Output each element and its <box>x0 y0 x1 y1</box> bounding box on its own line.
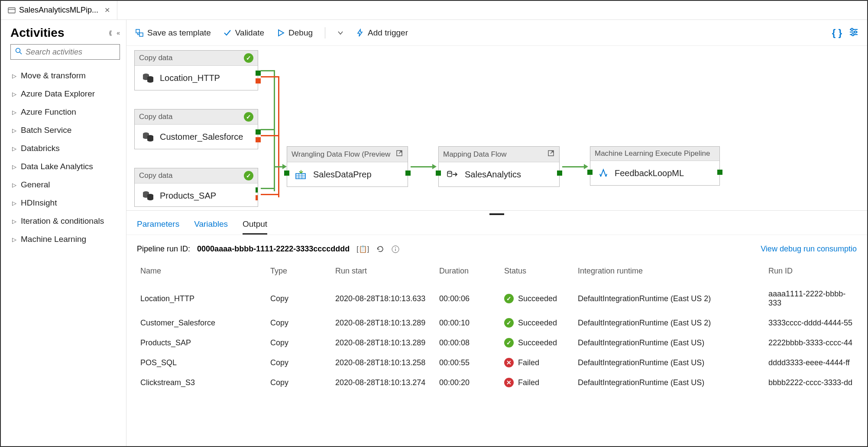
run-id-label: Pipeline run ID: <box>137 244 190 254</box>
svg-point-10 <box>855 31 857 33</box>
database-icon <box>143 73 154 83</box>
table-row[interactable]: Products_SAPCopy2020-08-28T18:10:13.2890… <box>137 333 857 353</box>
tab-parameters[interactable]: Parameters <box>137 219 179 235</box>
table-row[interactable]: Customer_SalesforceCopy2020-08-28T18:10:… <box>137 313 857 333</box>
pipeline-tab[interactable]: SalesAnalyticsMLPip... ✕ <box>1 1 117 19</box>
category-item[interactable]: ▷Data Lake Analytics <box>10 158 120 176</box>
ml-icon <box>598 168 609 178</box>
node-location-http[interactable]: Copy data✓ Location_HTTP <box>134 50 258 90</box>
node-customer-salesforce[interactable]: Copy data✓ Customer_Salesforce <box>134 109 258 149</box>
tab-bar: SalesAnalyticsMLPip... ✕ <box>1 1 867 20</box>
mapping-icon <box>447 169 459 180</box>
search-input[interactable] <box>26 48 126 57</box>
svg-rect-5 <box>139 33 143 36</box>
pipeline-toolbar: Save as template Validate Debug Add trig… <box>126 20 867 46</box>
activities-panel: Activities ⟪ « ▷Move & transform▷Azure D… <box>1 20 126 446</box>
triangle-right-icon: ▷ <box>12 91 16 97</box>
node-salesdataprep[interactable]: Wrangling Data Flow (Preview SalesDataPr… <box>287 146 408 187</box>
dataflow-icon <box>295 169 307 180</box>
triangle-right-icon: ▷ <box>12 218 16 225</box>
node-products-sap[interactable]: Copy data✓ Products_SAP <box>134 168 258 207</box>
activities-title: Activities <box>10 26 65 40</box>
success-icon: ✓ <box>504 318 514 328</box>
database-icon <box>143 132 154 142</box>
panel-resize-handle[interactable] <box>126 211 867 215</box>
code-view-icon[interactable]: { } <box>832 27 842 39</box>
svg-point-9 <box>851 28 853 30</box>
open-icon[interactable] <box>547 149 555 159</box>
tab-variables[interactable]: Variables <box>194 219 228 235</box>
pipeline-icon <box>8 6 16 14</box>
table-row[interactable]: Clickstream_S3Copy2020-08-28T18:10:13.27… <box>137 373 857 392</box>
th-ir: Integration runtime <box>574 262 765 284</box>
triangle-right-icon: ▷ <box>12 164 16 170</box>
table-row[interactable]: Location_HTTPCopy2020-08-28T18:10:13.633… <box>137 284 857 313</box>
tab-output[interactable]: Output <box>243 219 267 235</box>
svg-rect-4 <box>136 29 139 33</box>
run-id-value: 0000aaaa-bbbb-1111-2222-3333ccccdddd <box>197 244 350 254</box>
category-item[interactable]: ▷Batch Service <box>10 121 120 139</box>
svg-line-3 <box>20 52 22 55</box>
success-icon: ✓ <box>504 338 514 347</box>
copy-id-icon[interactable]: [📋] <box>356 245 369 253</box>
open-icon[interactable] <box>395 149 403 159</box>
success-icon: ✓ <box>244 112 253 122</box>
svg-point-25 <box>447 171 452 174</box>
category-item[interactable]: ▷Machine Learning <box>10 230 120 248</box>
add-trigger-button[interactable]: Add trigger <box>356 28 408 38</box>
panel-collapse-icon[interactable]: « <box>117 29 120 36</box>
th-status: Status <box>501 262 574 284</box>
settings-icon[interactable] <box>849 27 858 39</box>
category-item[interactable]: ▷Iteration & conditionals <box>10 212 120 230</box>
svg-rect-0 <box>8 8 15 13</box>
node-salesanalytics[interactable]: Mapping Data Flow SalesAnalytics <box>438 146 560 187</box>
th-runid: Run ID <box>765 262 857 284</box>
database-icon <box>143 190 154 201</box>
svg-point-2 <box>16 48 20 53</box>
category-item[interactable]: ▷HDInsight <box>10 194 120 212</box>
collapse-all-icon[interactable]: ⟪ <box>109 29 112 36</box>
toolbar-divider <box>325 27 325 39</box>
node-feedbackloopml[interactable]: Machine Learning Execute Pipeline Feedba… <box>590 146 720 186</box>
category-item[interactable]: ▷Databricks <box>10 139 120 158</box>
svg-point-27 <box>395 247 396 248</box>
th-duration: Duration <box>436 262 501 284</box>
validate-button[interactable]: Validate <box>223 28 264 38</box>
category-item[interactable]: ▷General <box>10 176 120 194</box>
svg-rect-19 <box>296 174 305 179</box>
fail-icon: ✕ <box>504 358 514 367</box>
debug-dropdown[interactable] <box>337 30 343 36</box>
info-icon[interactable] <box>392 245 399 253</box>
th-name: Name <box>137 262 267 284</box>
triangle-right-icon: ▷ <box>12 109 16 116</box>
checkmark-icon <box>223 29 232 37</box>
output-table: Name Type Run start Duration Status Inte… <box>137 262 857 392</box>
success-icon: ✓ <box>504 294 514 303</box>
success-icon: ✓ <box>244 171 253 180</box>
trigger-icon <box>356 29 364 37</box>
view-consumption-link[interactable]: View debug run consumptio <box>761 244 857 254</box>
table-row[interactable]: POS_SQLCopy2020-08-28T18:10:13.25800:00:… <box>137 353 857 373</box>
triangle-right-icon: ▷ <box>12 73 16 79</box>
triangle-right-icon: ▷ <box>12 182 16 188</box>
category-item[interactable]: ▷Azure Data Explorer <box>10 85 120 103</box>
triangle-right-icon: ▷ <box>12 200 16 206</box>
triangle-right-icon: ▷ <box>12 236 16 243</box>
th-type: Type <box>267 262 332 284</box>
save-template-icon <box>135 29 144 37</box>
svg-point-11 <box>852 33 854 35</box>
debug-button[interactable]: Debug <box>276 28 313 38</box>
tab-title: SalesAnalyticsMLPip... <box>19 6 98 15</box>
play-icon <box>276 29 285 37</box>
success-icon: ✓ <box>244 53 253 63</box>
category-item[interactable]: ▷Move & transform <box>10 67 120 85</box>
search-activities[interactable] <box>10 44 120 60</box>
pipeline-canvas[interactable]: Copy data✓ Location_HTTP Copy data✓ Cust… <box>126 46 867 210</box>
search-icon <box>15 48 22 56</box>
refresh-icon[interactable] <box>376 245 385 254</box>
category-item[interactable]: ▷Azure Function <box>10 103 120 121</box>
th-run-start: Run start <box>332 262 436 284</box>
triangle-right-icon: ▷ <box>12 145 16 152</box>
save-as-template-button[interactable]: Save as template <box>135 28 211 38</box>
close-icon[interactable]: ✕ <box>104 6 110 14</box>
